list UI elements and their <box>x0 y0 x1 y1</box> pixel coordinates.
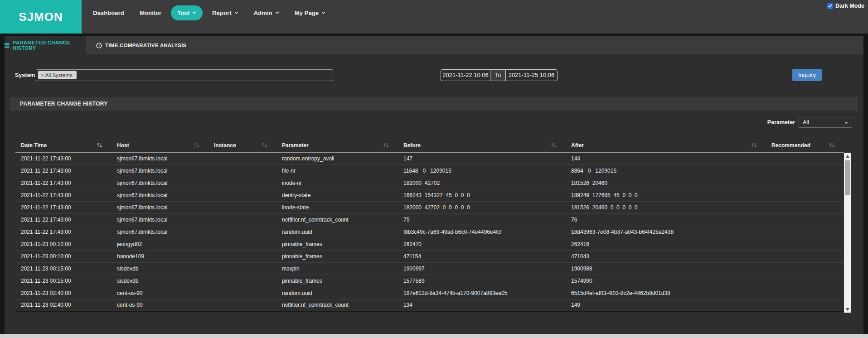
footer-strip <box>0 334 868 338</box>
table-row: 2021-11-22 17:43:00sjmon67.ibmkts.localr… <box>15 152 844 164</box>
table-row: 2021-11-23 02:40:00cent-os-90random.uuid… <box>15 287 844 299</box>
table-cell-before: 147 <box>398 152 566 164</box>
sort-icon[interactable] <box>829 143 835 148</box>
tab-bar: PARAMETER CHANGE HISTORY TIME-COMPARATIV… <box>5 36 863 54</box>
table-cell-recommended <box>766 201 844 213</box>
table-cell-host: sjmon67.ibmkts.local <box>112 226 209 238</box>
table-row: 2021-11-23 00:15:00sisdevdbmaxpin1900997… <box>15 262 844 275</box>
table-cell-host: sjmon67.ibmkts.local <box>112 164 209 177</box>
nav-monitor[interactable]: Monitor <box>132 10 169 16</box>
table-cell-parameter: random.uuid <box>276 287 398 299</box>
table-row: 2021-11-23 02:40:00cent-os-90netfilter.n… <box>15 299 844 311</box>
column-header-instance[interactable]: Instance <box>209 139 276 152</box>
table-cell-instance <box>209 152 276 164</box>
history-table-wrap: Date Time Host Instance Parameter Before… <box>15 139 851 312</box>
sort-icon[interactable] <box>551 143 557 148</box>
table-row: 2021-11-22 17:43:00sjmon67.ibmkts.localn… <box>15 213 844 226</box>
table-cell-after: 181526 20460 0 0 0 0 0 <box>566 201 766 213</box>
table-cell-before: 262470 <box>398 238 566 250</box>
parameter-select-value: All <box>803 119 809 126</box>
select-arrow-icon <box>844 122 848 124</box>
table-cell-datetime: 2021-11-23 02:40:00 <box>15 299 112 311</box>
dark-mode-toggle[interactable]: Dark Mode <box>827 3 864 9</box>
table-cell-instance <box>209 275 276 287</box>
table-cell-instance <box>209 189 276 201</box>
sort-icon[interactable] <box>97 143 102 148</box>
table-cell-datetime: 2021-11-22 17:43:00 <box>15 189 112 201</box>
table-cell-instance <box>209 287 276 299</box>
tab-label: TIME-COMPARATIVE ANALYSIS <box>105 43 186 48</box>
table-cell-instance <box>209 201 276 213</box>
table-cell-parameter: dentry-state <box>276 189 398 201</box>
column-header-before[interactable]: Before <box>398 139 566 152</box>
table-cell-recommended <box>766 287 844 299</box>
column-header-parameter[interactable]: Parameter <box>276 139 398 152</box>
table-row: 2021-11-22 17:43:00sjmon67.ibmkts.localf… <box>15 164 844 177</box>
scroll-down-icon[interactable] <box>844 306 851 313</box>
nav-report[interactable]: Report <box>204 10 246 16</box>
nav-label: Report <box>212 10 232 16</box>
nav-label: Monitor <box>140 10 161 16</box>
table-cell-instance <box>209 250 276 262</box>
column-header-after[interactable]: After <box>566 139 766 152</box>
sort-icon[interactable] <box>194 143 199 148</box>
system-multiselect[interactable]: × All Systems <box>36 69 333 81</box>
table-cell-recommended <box>766 213 844 226</box>
table-cell-datetime: 2021-11-22 17:43:00 <box>15 213 112 226</box>
dark-mode-checkbox[interactable] <box>827 3 833 9</box>
parameter-select[interactable]: All <box>799 117 852 128</box>
table-header-row: Date Time Host Instance Parameter Before… <box>15 139 844 152</box>
table-cell-after: 262416 <box>566 238 766 250</box>
table-cell-recommended <box>766 164 844 177</box>
inquiry-button[interactable]: Inquiry <box>792 69 822 81</box>
table-cell-before: f8b3c49c-7a69-49ad-b6c0-74e4496e4fcf <box>398 226 566 238</box>
remove-tag-icon[interactable]: × <box>41 72 44 78</box>
table-cell-before: 182000 42702 <box>398 177 566 189</box>
vertical-scrollbar[interactable] <box>844 153 851 313</box>
dark-mode-label: Dark Mode <box>835 3 864 9</box>
table-cell-parameter: pinnable_frames <box>276 238 398 250</box>
table-row: 2021-11-22 17:43:00sjmon67.ibmkts.localr… <box>15 226 844 238</box>
sort-icon[interactable] <box>262 143 267 148</box>
tab-parameter-change-history[interactable]: PARAMETER CHANGE HISTORY <box>5 36 86 54</box>
table-cell-datetime: 2021-11-23 00:15:00 <box>15 262 112 275</box>
table-cell-before: 1577589 <box>398 275 566 287</box>
nav-label: Dashboard <box>93 10 124 16</box>
table-cell-datetime: 2021-11-22 17:43:00 <box>15 164 112 177</box>
table-cell-parameter: inode-state <box>276 201 398 213</box>
column-header-recommended[interactable]: Recommended <box>766 139 844 152</box>
table-cell-recommended <box>766 177 844 189</box>
scroll-up-icon[interactable] <box>844 153 851 159</box>
nav-my-page[interactable]: My Page <box>287 10 334 16</box>
tab-time-comparative-analysis[interactable]: TIME-COMPARATIVE ANALYSIS <box>86 36 196 54</box>
table-cell-before: 1900997 <box>398 262 566 275</box>
table-cell-instance <box>209 213 276 226</box>
nav-tool[interactable]: Tool <box>171 5 203 20</box>
table-cell-host: sjmon67.ibmkts.local <box>112 177 209 189</box>
chevron-down-icon <box>192 11 196 14</box>
table-row: 2021-11-23 00:15:00sisdevdbpinnable_fram… <box>15 275 844 287</box>
column-header-datetime[interactable]: Date Time <box>15 139 112 152</box>
sort-icon[interactable] <box>751 143 757 148</box>
table-row: 2021-11-22 17:43:00sjmon67.ibmkts.locali… <box>15 177 844 189</box>
table-cell-host: hanode109 <box>112 250 209 262</box>
table-cell-instance <box>209 238 276 250</box>
sort-icon[interactable] <box>383 143 389 148</box>
table-cell-after: 181526 20460 <box>566 177 766 189</box>
table-cell-instance <box>209 226 276 238</box>
chevron-down-icon <box>275 11 279 14</box>
table-cell-host: sjmon67.ibmkts.local <box>112 152 209 164</box>
column-header-host[interactable]: Host <box>112 139 209 152</box>
table-cell-before: 134 <box>398 299 566 311</box>
table-cell-host: jeongyd02 <box>112 238 209 250</box>
date-to-input[interactable] <box>505 69 558 81</box>
nav-dashboard[interactable]: Dashboard <box>85 10 132 16</box>
nav-admin[interactable]: Admin <box>246 10 287 16</box>
table-cell-parameter: pinnable_frames <box>276 275 398 287</box>
table-cell-host: sjmon67.ibmkts.local <box>112 201 209 213</box>
app-logo[interactable]: SJMON <box>0 0 82 34</box>
scrollbar-thumb[interactable] <box>845 160 850 195</box>
date-from-input[interactable] <box>441 69 490 81</box>
table-cell-recommended <box>766 250 844 262</box>
table-cell-after: 189249 177685 45 0 0 0 <box>566 189 766 201</box>
